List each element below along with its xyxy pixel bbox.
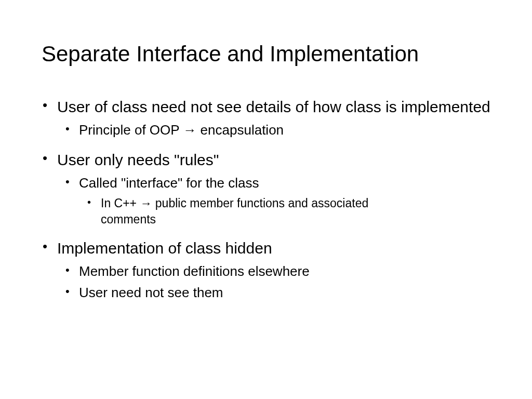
sub-bullet-text: Principle of OOP (79, 122, 183, 138)
sub-bullet-item: Member function definitions elsewhere (79, 262, 490, 281)
sub-bullet-text: Called "interface" for the class (79, 175, 259, 191)
bullet-item: User of class need not see details of ho… (57, 97, 490, 139)
sub-bullet-list: Principle of OOP → encapsulation (57, 121, 490, 139)
slide-title: Separate Interface and Implementation (42, 42, 490, 66)
sub-bullet-list: Member function definitions elsewhere Us… (57, 262, 490, 302)
sub-bullet-item: Called "interface" for the class In C++ … (79, 174, 490, 228)
arrow-icon: → (183, 122, 196, 138)
bullet-text: Implementation of class hidden (57, 240, 272, 257)
bullet-item: User only needs "rules" Called "interfac… (57, 150, 490, 228)
sub-sub-bullet-item: In C++ → public member functions and ass… (101, 195, 392, 228)
bullet-item: Implementation of class hidden Member fu… (57, 238, 490, 302)
bullet-list: User of class need not see details of ho… (42, 97, 490, 302)
sub-bullet-item: User need not see them (79, 284, 490, 302)
sub-sub-bullet-text: In C++ (101, 196, 140, 210)
sub-bullet-text: User need not see them (79, 285, 223, 300)
sub-bullet-text: encapsulation (196, 122, 284, 138)
arrow-icon: → (140, 196, 152, 210)
sub-bullet-text: Member function definitions elsewhere (79, 263, 310, 279)
sub-bullet-item: Principle of OOP → encapsulation (79, 121, 490, 139)
bullet-text: User of class need not see details of ho… (57, 98, 490, 115)
sub-sub-bullet-list: In C++ → public member functions and ass… (79, 195, 490, 228)
sub-bullet-list: Called "interface" for the class In C++ … (57, 174, 490, 228)
bullet-text: User only needs "rules" (57, 151, 219, 168)
